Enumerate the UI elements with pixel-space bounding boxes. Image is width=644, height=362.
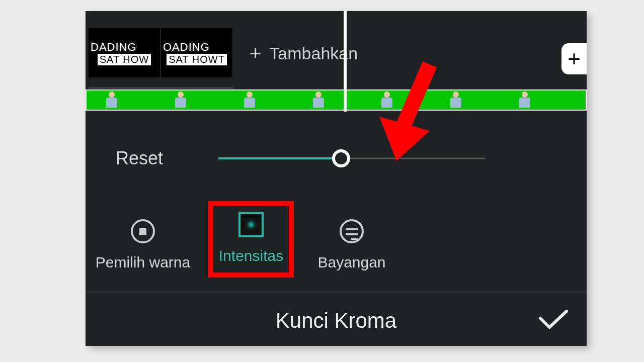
clip-text: SAT HOWT bbox=[167, 54, 227, 65]
option-label: Intensitas bbox=[219, 247, 283, 264]
color-picker-option[interactable]: Pemilih warna bbox=[93, 219, 193, 271]
plus-icon: + bbox=[250, 43, 261, 63]
greenscreen-track[interactable] bbox=[86, 89, 587, 111]
clip-text: OADING bbox=[163, 41, 210, 54]
clip-thumb-2[interactable]: OADING SAT HOWT bbox=[161, 28, 232, 77]
color-picker-icon bbox=[130, 219, 155, 244]
shadow-icon bbox=[339, 219, 364, 244]
slider-fill bbox=[218, 157, 341, 159]
clip-text: DADING bbox=[91, 41, 137, 54]
frame-thumb bbox=[173, 90, 180, 110]
intensity-option[interactable]: Intensitas bbox=[208, 201, 294, 278]
slider-thumb[interactable] bbox=[332, 149, 350, 167]
frame-thumb bbox=[310, 90, 318, 110]
frame-thumb bbox=[448, 90, 455, 110]
shadow-option[interactable]: Bayangan bbox=[309, 219, 394, 271]
clip-text: SAT HOW bbox=[98, 54, 151, 65]
intensity-icon bbox=[238, 212, 264, 237]
clip-thumb-1[interactable]: DADING SAT HOW bbox=[89, 28, 160, 77]
intensity-slider[interactable] bbox=[218, 148, 485, 168]
reset-button[interactable]: Reset bbox=[116, 148, 163, 169]
frame-thumb bbox=[379, 90, 386, 110]
clip-track[interactable]: DADING SAT HOW OADING SAT HOWT bbox=[89, 18, 233, 88]
add-clip-button[interactable]: + Tambahkan bbox=[250, 43, 358, 63]
panel-title: Kunci Kroma bbox=[276, 309, 396, 333]
divider bbox=[86, 292, 587, 293]
plus-icon: + bbox=[568, 46, 581, 71]
frame-thumb bbox=[517, 90, 524, 110]
editor-panel: DADING SAT HOW OADING SAT HOWT + Tambahk… bbox=[86, 11, 587, 346]
frame-thumb bbox=[104, 90, 111, 110]
clip-strip: DADING SAT HOW OADING SAT HOWT + Tambahk… bbox=[86, 18, 587, 88]
check-icon bbox=[538, 308, 569, 331]
footer-bar: Kunci Kroma bbox=[86, 296, 587, 346]
slider-row: Reset bbox=[116, 148, 558, 169]
add-fab-button[interactable]: + bbox=[561, 43, 587, 74]
confirm-button[interactable] bbox=[538, 308, 569, 333]
frame-thumb bbox=[242, 90, 249, 110]
playhead[interactable] bbox=[344, 11, 347, 112]
option-label: Pemilih warna bbox=[96, 254, 190, 271]
option-row: Pemilih warna Intensitas Bayangan bbox=[93, 212, 394, 278]
option-label: Bayangan bbox=[317, 254, 385, 271]
